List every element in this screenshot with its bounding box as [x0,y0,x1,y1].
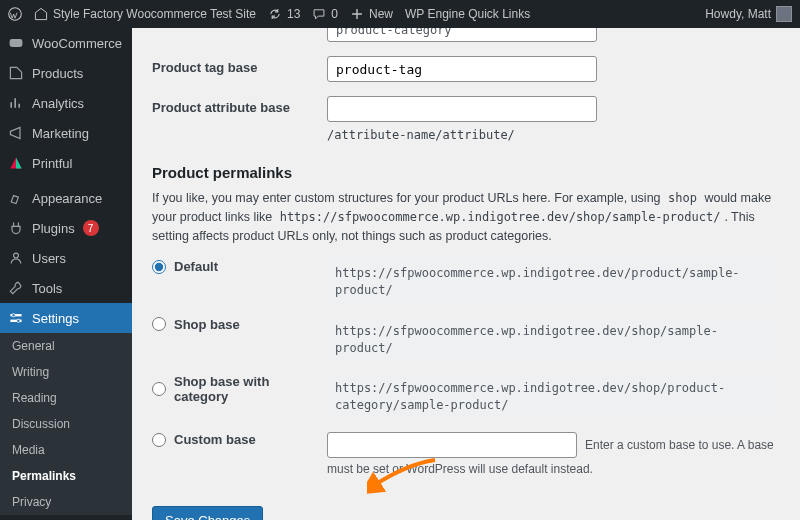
settings-content: product-category Product tag base Produc… [132,28,800,520]
sidebar-item-printful[interactable]: Printful [0,148,132,178]
site-link[interactable]: Style Factory Woocommerce Test Site [34,7,256,21]
submenu-writing[interactable]: Writing [0,359,132,385]
tag-base-input[interactable] [327,56,597,82]
submenu-reading[interactable]: Reading [0,385,132,411]
howdy-link[interactable]: Howdy, Matt [705,6,792,22]
admin-bar: Style Factory Woocommerce Test Site 13 0… [0,0,800,28]
sidebar-item-marketing[interactable]: Marketing [0,118,132,148]
attr-base-input[interactable] [327,96,597,122]
radio-custom[interactable] [152,433,166,447]
permalinks-heading: Product permalinks [152,164,780,181]
sidebar-item-tools[interactable]: Tools [0,273,132,303]
admin-sidebar: WooCommerce Products Analytics Marketing… [0,28,132,520]
category-base-input[interactable]: product-category [327,28,597,42]
svg-point-6 [17,319,20,322]
submenu-permalinks[interactable]: Permalinks [0,463,132,489]
sidebar-item-woocommerce[interactable]: WooCommerce [0,28,132,58]
url-default: https://sfpwoocommerce.wp.indigotree.dev… [327,259,780,305]
submenu-privacy[interactable]: Privacy [0,489,132,515]
quicklinks-link[interactable]: WP Engine Quick Links [405,7,530,21]
submenu-media[interactable]: Media [0,437,132,463]
sidebar-item-plugins[interactable]: Plugins7 [0,213,132,243]
url-shopbase: https://sfpwoocommerce.wp.indigotree.dev… [327,317,780,363]
radio-shopbase[interactable] [152,317,166,331]
tag-base-label: Product tag base [152,56,327,75]
updates-count: 13 [287,7,300,21]
submenu-discussion[interactable]: Discussion [0,411,132,437]
comments-link[interactable]: 0 [312,7,338,21]
plugin-update-badge: 7 [83,220,99,236]
save-changes-button[interactable]: Save Changes [152,506,263,520]
comments-count: 0 [331,7,338,21]
radio-shopbase-label[interactable]: Shop base [174,317,240,332]
attr-base-label: Product attribute base [152,96,327,115]
radio-default-label[interactable]: Default [174,259,218,274]
site-title: Style Factory Woocommerce Test Site [53,7,256,21]
permalinks-help: If you like, you may enter custom struct… [152,189,780,245]
settings-submenu: General Writing Reading Discussion Media… [0,333,132,515]
svg-point-2 [14,253,19,258]
sidebar-item-users[interactable]: Users [0,243,132,273]
sidebar-item-products[interactable]: Products [0,58,132,88]
new-link[interactable]: New [350,7,393,21]
radio-default[interactable] [152,260,166,274]
radio-shopbasecat-label[interactable]: Shop base with category [174,374,327,404]
sidebar-item-analytics[interactable]: Analytics [0,88,132,118]
attr-base-suffix: /attribute-name/attribute/ [327,128,515,142]
custom-hint-b: must be set or WordPress will use defaul… [327,462,780,476]
sidebar-item-appearance[interactable]: Appearance [0,183,132,213]
avatar [776,6,792,22]
custom-base-input[interactable] [327,432,577,458]
wp-logo[interactable] [8,7,22,21]
sidebar-item-settings[interactable]: Settings [0,303,132,333]
radio-custom-label[interactable]: Custom base [174,432,256,447]
custom-hint-a: Enter a custom base to use. A base [585,438,774,452]
svg-rect-1 [10,39,23,47]
svg-point-5 [12,314,15,317]
updates-link[interactable]: 13 [268,7,300,21]
submenu-general[interactable]: General [0,333,132,359]
radio-shopbasecat[interactable] [152,382,166,396]
url-shopbasecat: https://sfpwoocommerce.wp.indigotree.dev… [327,374,780,420]
